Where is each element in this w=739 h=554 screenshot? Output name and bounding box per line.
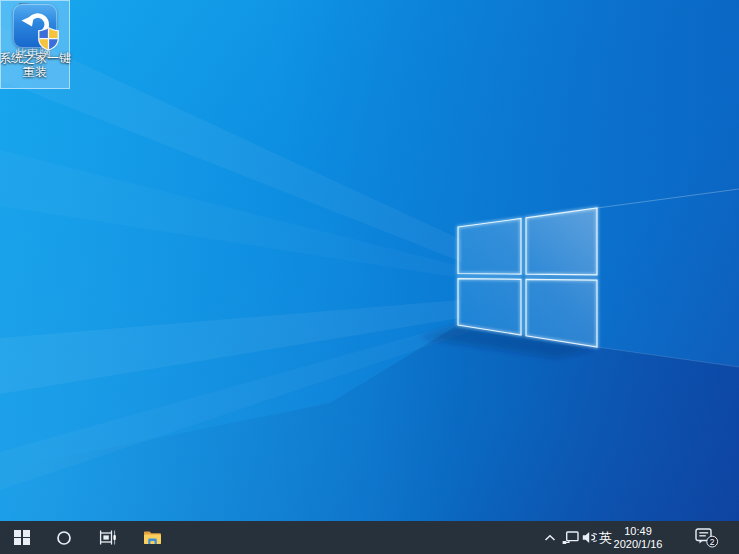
search-button[interactable] bbox=[44, 521, 84, 554]
task-view-button[interactable] bbox=[88, 521, 128, 554]
desktop-icon-label-line2: 重装 bbox=[23, 65, 47, 79]
show-hidden-icons-button[interactable] bbox=[540, 521, 559, 554]
task-view-icon bbox=[99, 530, 118, 545]
search-circle-icon bbox=[56, 530, 72, 546]
volume-tray-icon[interactable] bbox=[580, 521, 598, 554]
notification-count-badge: 2 bbox=[710, 536, 715, 546]
syshome-app-icon bbox=[13, 4, 57, 48]
wallpaper bbox=[0, 0, 739, 521]
windows-flag-icon bbox=[14, 530, 30, 546]
clock-date: 2020/1/16 bbox=[614, 538, 663, 551]
network-tray-icon[interactable] bbox=[560, 521, 580, 554]
uac-shield-icon bbox=[37, 26, 60, 51]
chevron-up-icon bbox=[544, 534, 556, 542]
file-explorer-button[interactable] bbox=[132, 521, 172, 554]
taskbar: 英 10:49 2020/1/16 2 bbox=[0, 521, 739, 554]
action-center-button[interactable]: 2 bbox=[690, 521, 724, 554]
desktop-icon-label-line1: 系统之家一键 bbox=[0, 51, 71, 65]
speaker-icon bbox=[582, 531, 597, 544]
file-explorer-icon bbox=[143, 530, 162, 545]
ethernet-icon bbox=[562, 531, 579, 545]
start-button[interactable] bbox=[0, 521, 44, 554]
desktop-icon-syshome-reinstall[interactable]: 系统之家一键 重装 bbox=[0, 0, 70, 89]
action-center-icon: 2 bbox=[695, 528, 719, 548]
clock-time: 10:49 bbox=[624, 525, 652, 538]
input-method-label: 英 bbox=[599, 529, 612, 547]
clock[interactable]: 10:49 2020/1/16 bbox=[612, 521, 664, 554]
